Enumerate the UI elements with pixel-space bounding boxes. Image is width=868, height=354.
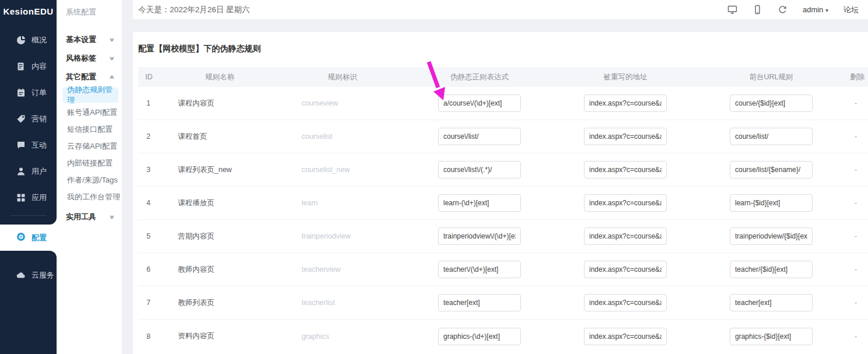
- rewrite-url-input[interactable]: [584, 261, 667, 278]
- sidebar-item-cloud[interactable]: 云服务: [0, 264, 57, 287]
- col-header-delete: 删除: [844, 67, 868, 87]
- submenu-item-workbench[interactable]: 我的工作台管理: [66, 188, 122, 205]
- regex-input[interactable]: [438, 94, 521, 112]
- chat-icon: [16, 141, 26, 150]
- sidebar-item-orders[interactable]: 订单: [0, 79, 57, 106]
- submenu-section-other[interactable]: 其它配置 ∧: [66, 68, 122, 86]
- forum-link[interactable]: 论坛: [844, 5, 859, 15]
- content-card: 配置【网校模型】下的伪静态规则 ID 规则名称 规则标识 伪静态正则表达式 被重…: [133, 32, 868, 354]
- sidebar-item-apps[interactable]: 应用: [0, 184, 57, 211]
- sidebar-top-block: KesionEDU 概况 内容 订单 营销 互动 用户 应用: [0, 0, 57, 225]
- config-submenu: 系统配置 基本设置 ∨ 风格标签 ∨ 其它配置 ∧ 伪静态规则管理 账号通API…: [57, 0, 122, 354]
- sidebar-divider: [10, 215, 46, 216]
- col-header-id: ID: [138, 67, 162, 87]
- delete-placeholder: -: [844, 87, 868, 120]
- regex-input[interactable]: [438, 128, 521, 145]
- regex-input[interactable]: [438, 194, 521, 212]
- primary-sidebar: KesionEDU 概况 内容 订单 营销 互动 用户 应用: [0, 0, 57, 354]
- front-url-input[interactable]: [730, 294, 813, 311]
- rewrite-url-input[interactable]: [584, 294, 667, 311]
- main-area: 今天是：2022年2月26日 星期六 admin ▾ 论坛 配置【网校模型】下的…: [133, 0, 868, 354]
- front-url-input[interactable]: [730, 194, 813, 212]
- rewrite-url-input[interactable]: [584, 161, 667, 178]
- today-date-label: 今天是：2022年2月26日 星期六: [138, 5, 250, 15]
- layout-gap: [133, 19, 868, 32]
- col-header-name: 规则名称: [162, 67, 278, 87]
- sidebar-item-marketing[interactable]: 营销: [0, 106, 57, 132]
- rewrite-url-input[interactable]: [584, 227, 667, 245]
- delete-placeholder: -: [844, 320, 868, 353]
- sidebar-bottom-block: 云服务: [0, 251, 57, 354]
- submenu-item-internal-links[interactable]: 内部链接配置: [66, 155, 122, 171]
- topbar: 今天是：2022年2月26日 星期六 admin ▾ 论坛: [133, 0, 868, 19]
- sidebar-item-label: 互动: [32, 140, 47, 150]
- sidebar-item-label: 营销: [32, 114, 47, 124]
- chevron-up-icon: ∧: [108, 74, 115, 80]
- sidebar-item-content[interactable]: 内容: [0, 53, 57, 79]
- chevron-down-icon: ∨: [108, 37, 115, 43]
- col-header-regex: 伪静态正则表达式: [407, 67, 552, 87]
- regex-input[interactable]: [438, 294, 521, 311]
- apps-grid-icon: [16, 193, 26, 202]
- cloud-icon: [16, 271, 26, 280]
- layout-gutter: [122, 0, 133, 354]
- page-title: 配置【网校模型】下的伪静态规则: [138, 44, 868, 54]
- sidebar-item-label: 云服务: [32, 270, 54, 281]
- col-header-rewrite: 被重写的地址: [552, 67, 698, 87]
- front-url-input[interactable]: [730, 128, 813, 145]
- tag-icon: [16, 114, 26, 124]
- order-list-icon: [16, 88, 26, 97]
- user-menu[interactable]: admin ▾: [803, 5, 828, 14]
- user-icon: [16, 167, 26, 176]
- regex-input[interactable]: [438, 328, 521, 345]
- sidebar-item-label: 用户: [32, 166, 47, 177]
- front-url-input[interactable]: [730, 94, 813, 112]
- regex-input[interactable]: [438, 227, 521, 245]
- submenu-item-rewrite-rules[interactable]: 伪静态规则管理: [62, 87, 118, 103]
- rules-table: ID 规则名称 规则标识 伪静态正则表达式 被重写的地址 前台URL规则 删除 …: [138, 67, 868, 353]
- sidebar-item-label: 内容: [32, 61, 47, 72]
- sidebar-item-users[interactable]: 用户: [0, 158, 57, 184]
- rewrite-url-input[interactable]: [584, 128, 667, 145]
- regex-input[interactable]: [438, 161, 521, 178]
- submenu-section-style[interactable]: 风格标签 ∨: [66, 49, 122, 68]
- document-icon: [16, 62, 26, 71]
- rewrite-url-input[interactable]: [584, 194, 667, 212]
- sidebar-item-label: 配置: [32, 233, 47, 243]
- front-url-input[interactable]: [730, 261, 813, 278]
- front-url-input[interactable]: [730, 328, 813, 345]
- submenu-item-sms-api[interactable]: 短信接口配置: [66, 121, 122, 138]
- sidebar-item-config-active[interactable]: 配置: [5, 225, 57, 251]
- col-header-front-url: 前台URL规则: [698, 67, 844, 87]
- submenu-children: 伪静态规则管理 账号通API配置 短信接口配置 云存储API配置 内部链接配置 …: [66, 87, 122, 205]
- app-logo: KesionEDU: [0, 0, 57, 22]
- submenu-item-account-api[interactable]: 账号通API配置: [66, 104, 122, 121]
- caret-down-icon: ▾: [825, 7, 828, 13]
- submenu-item-cloud-storage-api[interactable]: 云存储API配置: [66, 138, 122, 155]
- chevron-down-icon: ∨: [108, 214, 115, 220]
- refresh-icon[interactable]: [778, 5, 788, 15]
- submenu-section-basic[interactable]: 基本设置 ∨: [66, 30, 122, 49]
- delete-placeholder: -: [844, 253, 868, 286]
- sidebar-item-label: 订单: [32, 87, 47, 98]
- sidebar-item-label: 概况: [32, 35, 47, 45]
- delete-placeholder: -: [844, 187, 868, 220]
- front-url-input[interactable]: [730, 161, 813, 178]
- col-header-ident: 规则标识: [278, 67, 407, 87]
- front-url-input[interactable]: [730, 227, 813, 245]
- submenu-item-author-source-tags[interactable]: 作者/来源/Tags: [66, 171, 122, 188]
- delete-placeholder: -: [844, 153, 868, 187]
- sidebar-item-interaction[interactable]: 互动: [0, 132, 57, 158]
- delete-placeholder: -: [844, 286, 868, 320]
- delete-placeholder: -: [844, 220, 868, 253]
- regex-input[interactable]: [438, 261, 521, 278]
- rewrite-url-input[interactable]: [584, 328, 667, 345]
- chevron-down-icon: ∨: [108, 55, 115, 61]
- submenu-section-tools[interactable]: 实用工具 ∨: [66, 208, 122, 226]
- mobile-icon[interactable]: [752, 5, 762, 15]
- desktop-icon[interactable]: [727, 5, 737, 15]
- delete-placeholder: -: [844, 120, 868, 153]
- gear-icon: [16, 232, 26, 243]
- rewrite-url-input[interactable]: [584, 94, 667, 112]
- sidebar-item-overview[interactable]: 概况: [0, 27, 57, 53]
